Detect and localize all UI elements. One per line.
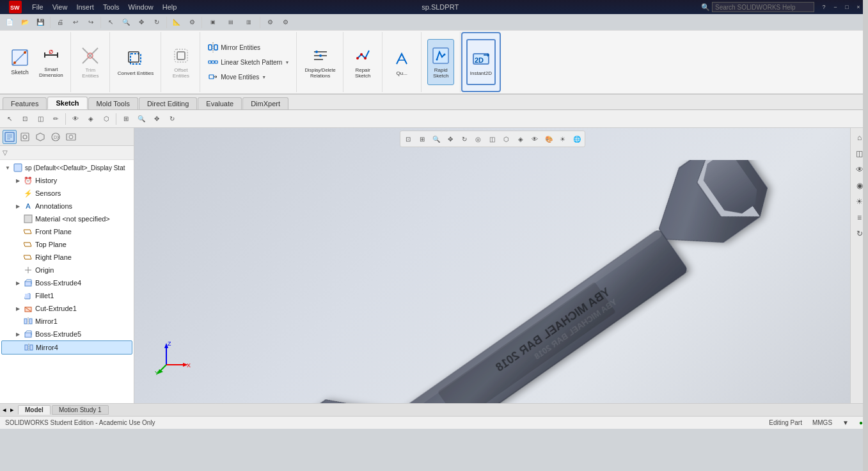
tree-item-origin[interactable]: ▶ Origin (1, 264, 132, 276)
tree-item-history[interactable]: ▶ ⏰ History (1, 174, 132, 187)
vp-zoom-fit[interactable]: ⊡ (402, 132, 414, 145)
trim-entities-button[interactable]: TrimEntities (77, 39, 104, 85)
sub-sketch-tools-button[interactable]: ✏ (49, 112, 63, 126)
repair-sketch-button[interactable]: RepairSketch (349, 39, 376, 85)
drawing-button[interactable]: ▤ (223, 15, 239, 29)
vp-zoom-in[interactable]: 🔍 (430, 132, 443, 145)
boss-extrude4-expander[interactable]: ▶ (14, 279, 22, 287)
tab-direct-editing[interactable]: Direct Editing (139, 97, 197, 109)
undo-button[interactable]: ↩ (68, 15, 83, 29)
vp-pan[interactable]: ✥ (444, 132, 457, 145)
maximize-button[interactable]: □ (842, 3, 851, 12)
viewport[interactable]: ⊡ ⊞ 🔍 ✥ ↻ ◎ ◫ ⬡ ◈ 👁 🎨 ☀ 🌐 (134, 128, 850, 403)
root-expander[interactable]: ▼ (4, 164, 12, 172)
menu-insert[interactable]: Insert (74, 2, 97, 12)
pan-button[interactable]: ✥ (134, 15, 148, 29)
tree-item-mirror4[interactable]: ▶ Mirror4 (1, 340, 132, 355)
sub-wireframe-button[interactable]: ⬡ (99, 112, 113, 126)
history-expander[interactable]: ▶ (14, 177, 22, 184)
zoom-button[interactable]: 🔍 (119, 15, 133, 29)
rebuild-button[interactable]: ⚙ (263, 15, 277, 29)
vp-display-style[interactable]: ◈ (514, 132, 527, 145)
tab-mold-tools[interactable]: Mold Tools (88, 97, 138, 109)
menu-file[interactable]: File (29, 2, 46, 12)
tree-item-material[interactable]: ▶ Material <not specified> (1, 212, 132, 225)
open-button[interactable]: 📂 (18, 15, 32, 29)
tab-features[interactable]: Features (3, 97, 47, 109)
menu-window[interactable]: Window (126, 2, 156, 12)
tab-dimxpert[interactable]: DimXpert (242, 97, 288, 109)
tab-evaluate[interactable]: Evaluate (198, 97, 242, 109)
vp-hide-items[interactable]: 👁 (528, 132, 541, 145)
tree-item-boss-extrude4[interactable]: ▶ Boss-Extrude4 (1, 276, 132, 289)
sub-pan-button[interactable]: ✥ (150, 112, 164, 126)
filter-icon[interactable]: ▽ (3, 149, 8, 156)
move-entities-button[interactable]: Move Entities ▼ (205, 70, 292, 84)
linear-sketch-pattern-button[interactable]: Linear Sketch Pattern ▼ (205, 55, 292, 69)
sketch-button[interactable]: Sketch (6, 38, 33, 84)
bottom-tab-motion-study[interactable]: Motion Study 1 (52, 405, 109, 415)
help-button[interactable]: ? (819, 3, 828, 12)
tree-item-front-plane[interactable]: ▶ Front Plane (1, 225, 132, 238)
scroll-left-button[interactable]: ◂ (3, 406, 6, 414)
tree-item-boss-extrude5[interactable]: ▶ Boss-Extrude5 (1, 328, 132, 340)
annotations-expander[interactable]: ▶ (14, 202, 22, 210)
measure-button[interactable]: 📐 (170, 15, 184, 29)
scroll-right-button[interactable]: ▸ (10, 406, 14, 414)
close-button[interactable]: × (854, 3, 863, 12)
new-button[interactable]: 📄 (3, 15, 17, 29)
move-entities-dropdown[interactable]: ▼ (262, 75, 266, 79)
sub-select-button[interactable]: ↖ (3, 112, 17, 126)
instant2d-button[interactable]: 2D Instant2D (466, 39, 496, 85)
sub-hide-show-button[interactable]: 👁 (68, 112, 83, 126)
menu-tools[interactable]: Tools (100, 2, 122, 12)
tab-sketch[interactable]: Sketch (47, 97, 87, 109)
tree-item-cut-extrude1[interactable]: ▶ Cut-Extrude1 (1, 302, 132, 315)
save-button[interactable]: 💾 (33, 15, 47, 29)
rotate-button[interactable]: ↻ (150, 15, 164, 29)
tree-root-item[interactable]: ▼ sp (Default<<Default>_Display Stat (1, 161, 132, 174)
menu-help[interactable]: Help (160, 2, 180, 12)
sub-filter-button[interactable]: ⊡ (18, 112, 32, 126)
tree-item-top-plane[interactable]: ▶ Top Plane (1, 238, 132, 251)
vp-zoom-area[interactable]: ⊞ (416, 132, 429, 145)
sub-rotate-view-button[interactable]: ↻ (165, 112, 179, 126)
sub-shading-button[interactable]: ◈ (84, 112, 98, 126)
vp-scene[interactable]: ☀ (556, 132, 569, 145)
quick-sketch-button[interactable]: Qu... (388, 39, 415, 85)
feature-tree-tab[interactable] (3, 130, 17, 144)
cut-extrude1-expander[interactable]: ▶ (14, 305, 22, 312)
redo-button[interactable]: ↪ (84, 15, 98, 29)
tree-item-sensors[interactable]: ▶ ⚡ Sensors (1, 187, 132, 200)
boss-extrude5-expander[interactable]: ▶ (14, 330, 22, 338)
search-input[interactable] (712, 2, 814, 12)
dim-xpert-manager-tab[interactable]: DX (49, 130, 63, 144)
display-delete-relations-button[interactable]: Display/DeleteRelations (301, 39, 338, 85)
simulation-button[interactable]: ▥ (241, 15, 257, 29)
bottom-tab-model[interactable]: Model (18, 405, 51, 415)
tree-item-fillet1[interactable]: ▶ Fillet1 (1, 289, 132, 302)
tree-item-mirror1[interactable]: ▶ Mirror1 (1, 315, 132, 328)
display-manager-tab[interactable] (64, 130, 78, 144)
vp-appearances[interactable]: 🎨 (542, 132, 555, 145)
vp-view-options[interactable]: ◫ (486, 132, 499, 145)
linear-sketch-dropdown[interactable]: ▼ (285, 60, 289, 65)
assembly-button[interactable]: ▣ (205, 15, 221, 29)
tree-item-annotations[interactable]: ▶ A Annotations (1, 200, 132, 212)
vp-rotate[interactable]: ↻ (458, 132, 471, 145)
select-button[interactable]: ↖ (104, 15, 118, 29)
options-button[interactable]: ⚙ (185, 15, 199, 29)
convert-entities-button[interactable]: Convert Entities (114, 39, 157, 85)
sub-zoom-fit-button[interactable]: ⊞ (119, 112, 133, 126)
rebuild-all-button[interactable]: ⚙ (278, 15, 292, 29)
print-button[interactable]: 🖨 (53, 15, 67, 29)
vp-normal-to[interactable]: ◎ (472, 132, 485, 145)
vp-section-view[interactable]: ⬡ (500, 132, 513, 145)
sub-zoom-in-button[interactable]: 🔍 (134, 112, 148, 126)
property-manager-tab[interactable] (18, 130, 32, 144)
tree-item-right-plane[interactable]: ▶ Right Plane (1, 251, 132, 264)
configuration-manager-tab[interactable] (33, 130, 47, 144)
minimize-button[interactable]: − (831, 3, 840, 12)
rapid-sketch-button[interactable]: RapidSketch (427, 39, 454, 85)
menu-view[interactable]: View (50, 2, 70, 12)
